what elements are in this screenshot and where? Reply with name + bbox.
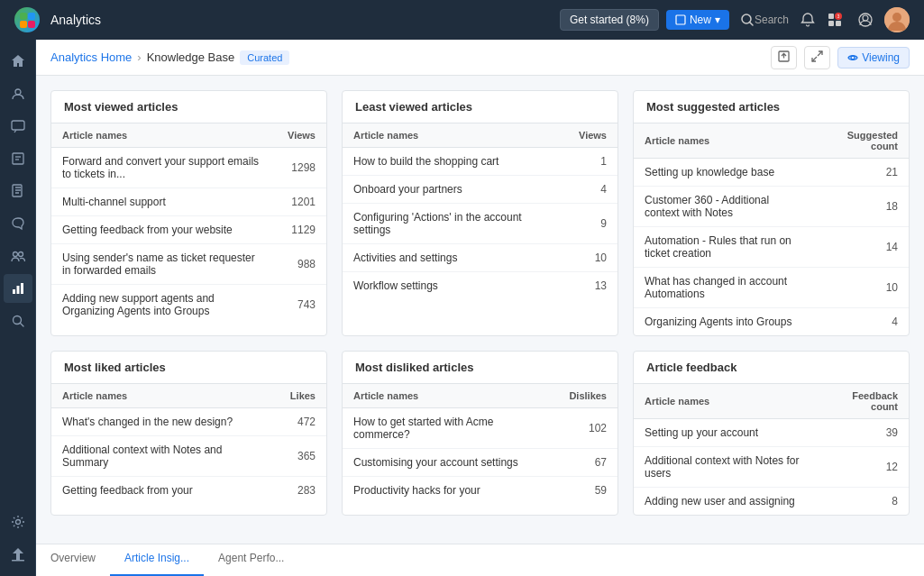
table-row[interactable]: Adding new support agents and Organizing…	[51, 285, 326, 325]
article-name-cell: Using sender's name as ticket requester …	[51, 244, 277, 285]
svg-rect-9	[828, 21, 834, 26]
sidebar-item-search[interactable]	[4, 306, 32, 335]
table-row[interactable]: Customer 360 - Additional context with N…	[634, 187, 909, 227]
table-row[interactable]: Automation - Rules that run on ticket cr…	[634, 227, 909, 268]
svg-point-24	[18, 252, 23, 257]
most-liked-col2: Likes	[279, 384, 326, 408]
main-layout: Analytics Home › Knowledge Base Curated …	[0, 40, 924, 576]
article-value-cell: 988	[277, 244, 326, 285]
article-name-cell: Setting up knowledge base	[634, 159, 817, 187]
sidebar-item-analytics[interactable]	[4, 274, 32, 303]
table-row[interactable]: Setting up knowledge base21	[634, 159, 909, 187]
apps-button[interactable]: 3	[823, 8, 846, 32]
article-value-cell: 18	[817, 187, 909, 227]
table-row[interactable]: Setting up your account39	[634, 419, 909, 447]
svg-rect-25	[13, 289, 15, 294]
table-row[interactable]: Activities and settings10	[343, 244, 618, 272]
new-button[interactable]: New ▾	[666, 10, 729, 30]
breadcrumb-current: Knowledge Base	[147, 50, 235, 64]
article-name-cell: Onboard your partners	[343, 176, 568, 204]
table-row[interactable]: Multi-channel support1201	[51, 188, 326, 216]
svg-rect-7	[828, 14, 834, 19]
table-row[interactable]: Additional context with Notes and Summar…	[51, 436, 326, 477]
article-value-cell: 4	[817, 308, 909, 336]
table-row[interactable]: Using sender's name as ticket requester …	[51, 244, 326, 285]
svg-rect-0	[20, 13, 27, 20]
avatar[interactable]	[884, 7, 910, 32]
article-name-cell: Activities and settings	[343, 244, 568, 272]
table-row[interactable]: Getting feedback from your283	[51, 477, 326, 505]
article-value-cell: 8	[817, 488, 909, 516]
sidebar-item-chat[interactable]	[4, 209, 32, 238]
bottom-tab[interactable]: Article Insig...	[110, 544, 204, 576]
bottom-cards-row: Most liked articles Article names Likes …	[50, 351, 910, 516]
article-name-cell: Multi-channel support	[51, 188, 277, 216]
user-status-button[interactable]	[854, 8, 877, 32]
top-cards-row: Most viewed articles Article names Views…	[50, 90, 910, 336]
article-name-cell: Forward and convert your support emails …	[51, 148, 277, 188]
sidebar-item-home[interactable]	[4, 47, 32, 76]
sidebar-item-settings[interactable]	[4, 507, 32, 536]
article-value-cell: 4	[568, 176, 618, 204]
get-started-button[interactable]: Get started (8%)	[560, 9, 659, 31]
svg-rect-31	[12, 560, 24, 562]
table-row[interactable]: How to build the shopping cart1	[343, 148, 618, 176]
nav-right: Get started (8%) New ▾ Search	[560, 7, 910, 32]
table-row[interactable]: Configuring 'Actions' in the account set…	[343, 204, 618, 244]
most-viewed-col2: Views	[277, 123, 326, 148]
expand-icon	[811, 50, 823, 62]
breadcrumb-home-link[interactable]: Analytics Home	[50, 50, 132, 64]
most-viewed-col1: Article names	[51, 123, 277, 148]
most-liked-col1: Article names	[51, 384, 279, 408]
svg-point-23	[13, 252, 17, 257]
table-row[interactable]: Getting feedback from your website1129	[51, 216, 326, 244]
article-value-cell: 1129	[277, 216, 326, 244]
curated-badge: Curated	[240, 50, 289, 65]
svg-line-29	[20, 324, 23, 327]
article-value-cell: 12	[817, 447, 909, 488]
table-row[interactable]: What has changed in account Automations1…	[634, 268, 909, 308]
bottom-tab[interactable]: Overview	[36, 544, 110, 576]
article-name-cell: Customising your account settings	[343, 449, 558, 477]
table-row[interactable]: Adding new user and assigning8	[634, 488, 909, 516]
least-viewed-col2: Views	[568, 123, 618, 148]
article-name-cell: How to get started with Acme commerce?	[343, 408, 558, 449]
table-row[interactable]: Customising your account settings67	[343, 449, 618, 477]
content-area: Most viewed articles Article names Views…	[36, 76, 924, 544]
article-name-cell: What's changed in the new design?	[51, 408, 279, 436]
table-row[interactable]: What's changed in the new design?472	[51, 408, 326, 436]
svg-rect-19	[13, 153, 23, 164]
search-icon	[740, 13, 755, 27]
breadcrumb-bar: Analytics Home › Knowledge Base Curated …	[36, 40, 924, 76]
expand-button[interactable]	[804, 46, 830, 69]
table-row[interactable]: Organizing Agents into Groups4	[634, 308, 909, 336]
export-button[interactable]	[771, 46, 797, 69]
bottom-tabs: OverviewArticle Insig...Agent Perfo...	[36, 544, 924, 576]
bottom-tab[interactable]: Agent Perfo...	[204, 544, 298, 576]
table-row[interactable]: How to get started with Acme commerce?10…	[343, 408, 618, 449]
table-row[interactable]: Productivity hacks for your59	[343, 477, 618, 505]
most-suggested-table: Article names Suggested count Setting up…	[634, 123, 909, 335]
notifications-button[interactable]	[800, 12, 816, 28]
article-value-cell: 1201	[277, 188, 326, 216]
article-name-cell: Productivity hacks for your	[343, 477, 558, 505]
user-status-icon	[857, 12, 874, 28]
article-name-cell: Automation - Rules that run on ticket cr…	[634, 227, 817, 268]
table-row[interactable]: Onboard your partners4	[343, 176, 618, 204]
table-row[interactable]: Workflow settings13	[343, 272, 618, 300]
most-suggested-col1: Article names	[634, 123, 817, 159]
sidebar-item-teams[interactable]	[4, 242, 32, 270]
article-name-cell: Configuring 'Actions' in the account set…	[343, 204, 568, 244]
least-viewed-col1: Article names	[343, 123, 568, 148]
table-row[interactable]: Forward and convert your support emails …	[51, 148, 326, 188]
sidebar-item-tickets[interactable]	[4, 144, 32, 173]
sidebar-item-conversations[interactable]	[4, 112, 32, 141]
sidebar-item-knowledge[interactable]	[4, 177, 32, 206]
search-button[interactable]: Search	[736, 9, 792, 31]
sidebar-item-apps[interactable]	[4, 540, 32, 569]
app-logo	[14, 7, 40, 32]
viewing-button[interactable]: Viewing	[837, 47, 910, 69]
least-viewed-card: Least viewed articles Article names View…	[342, 90, 618, 336]
table-row[interactable]: Additional context with Notes for users1…	[634, 447, 909, 488]
sidebar-item-contacts[interactable]	[4, 79, 32, 108]
